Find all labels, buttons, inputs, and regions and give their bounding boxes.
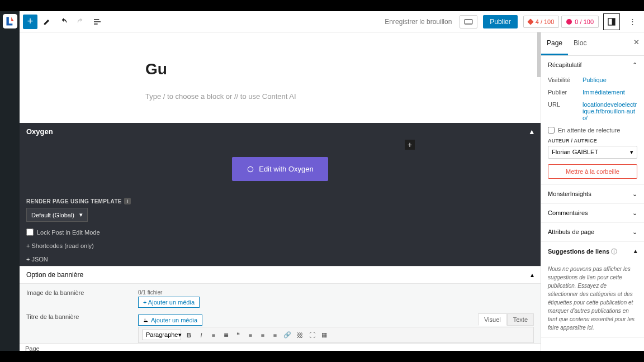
trash-button[interactable]: Mettre à la corbeille	[548, 164, 637, 179]
svg-rect-3	[612, 18, 615, 25]
link-button[interactable]: 🔗	[283, 331, 292, 340]
quote-button[interactable]: ❝	[234, 331, 243, 340]
format-select[interactable]: Paragraphe▾	[142, 330, 181, 340]
chevron-up-icon: ▴	[634, 247, 637, 256]
page-attributes-section[interactable]: Attributs de page⌄	[541, 223, 644, 242]
align-center-button[interactable]: ≡	[258, 331, 267, 340]
number-list-button[interactable]: ≣	[221, 331, 230, 340]
seo-score-button[interactable]: 4 / 100	[523, 16, 560, 28]
add-media-button[interactable]: + Ajouter un média	[138, 297, 200, 308]
more-menu-button[interactable]: ⋮	[624, 17, 641, 26]
fullscreen-button[interactable]: ⛶	[307, 331, 316, 340]
chevron-down-icon: ▾	[630, 149, 633, 156]
summary-section-header[interactable]: Récapitulatif⌃	[541, 56, 644, 74]
link-suggestions-header[interactable]: Suggestions de liens ⓘ ▴	[541, 242, 644, 261]
json-toggle[interactable]: + JSON	[20, 253, 541, 266]
publish-label: Publier	[548, 89, 583, 96]
add-block-button[interactable]: +	[23, 15, 37, 29]
append-block-button[interactable]: +	[405, 140, 415, 150]
lock-post-checkbox[interactable]	[26, 228, 34, 236]
chevron-down-icon: ⌄	[632, 228, 637, 236]
publish-button[interactable]: Publier	[483, 15, 517, 28]
readability-score-button[interactable]: 0 / 100	[561, 16, 599, 28]
preview-button[interactable]	[460, 15, 477, 28]
more-button[interactable]: ▦	[320, 331, 329, 340]
banner-image-label: Image de la bannière	[26, 289, 116, 308]
edit-with-oxygen-button[interactable]: Edit with Oxygen	[232, 157, 328, 181]
lock-post-label: Lock Post in Edit Mode	[37, 229, 100, 236]
svg-rect-1	[465, 20, 472, 24]
edit-icon[interactable]	[40, 15, 54, 29]
banner-panel-header[interactable]: Option de bannière▴	[20, 266, 541, 284]
footer-breadcrumb: Page	[20, 343, 541, 351]
tab-text[interactable]: Texte	[507, 313, 534, 326]
svg-point-4	[248, 166, 253, 172]
pending-review-checkbox[interactable]	[548, 127, 555, 134]
oxygen-panel-header[interactable]: Oxygen▴	[20, 123, 541, 140]
app-logo[interactable]	[0, 11, 20, 351]
bullet-list-button[interactable]: ≡	[209, 331, 218, 340]
tab-block[interactable]: Bloc	[568, 32, 592, 55]
close-sidebar-button[interactable]: ✕	[633, 38, 640, 46]
tab-visual[interactable]: Visuel	[478, 313, 507, 326]
template-select[interactable]: Default (Global)▾	[26, 208, 88, 222]
outline-button[interactable]	[90, 15, 105, 29]
redo-button[interactable]	[73, 15, 88, 29]
comments-section[interactable]: Commentaires⌄	[541, 204, 644, 223]
unlink-button[interactable]: ⛓	[295, 331, 304, 340]
tinymce-toolbar: Paragraphe▾ B I ≡ ≣ ❝ ≡ ≡ ≡ 🔗 ⛓	[138, 327, 534, 343]
post-title-input[interactable]	[145, 60, 425, 78]
settings-sidebar: Page Bloc ✕ Récapitulatif⌃ VisibilitéPub…	[541, 32, 644, 351]
chevron-down-icon: ⌄	[632, 190, 637, 198]
undo-button[interactable]	[56, 15, 71, 29]
settings-toggle-button[interactable]	[603, 13, 620, 30]
add-media-button-2[interactable]: Ajouter un média	[138, 315, 202, 326]
svg-point-5	[145, 319, 146, 320]
chevron-down-icon: ▾	[79, 211, 83, 218]
top-toolbar: + Enregistrer le brouillon Publier 4 / 1…	[20, 11, 644, 32]
author-label: AUTEUR / AUTRICE	[548, 138, 637, 144]
align-left-button[interactable]: ≡	[246, 331, 255, 340]
scrollbar[interactable]	[537, 32, 541, 77]
shortcodes-toggle[interactable]: + Shortcodes (read only)	[20, 239, 541, 253]
url-label: URL	[548, 101, 583, 121]
publish-value[interactable]: Immédiatement	[583, 89, 637, 96]
save-draft-button[interactable]: Enregistrer le brouillon	[379, 18, 457, 26]
svg-rect-0	[3, 14, 17, 28]
chevron-down-icon: ⌄	[632, 209, 637, 217]
url-value[interactable]: locationdeveloelectrique.fr/brouillon-au…	[583, 101, 637, 121]
align-right-button[interactable]: ≡	[271, 331, 280, 340]
help-icon[interactable]: ⓘ	[611, 248, 617, 255]
info-icon[interactable]: i	[124, 198, 131, 204]
bold-button[interactable]: B	[184, 331, 193, 340]
chevron-up-icon: ⌃	[632, 61, 637, 69]
editor-canvas: Type / to choose a block or // to use Co…	[20, 32, 541, 351]
collapse-icon: ▴	[531, 271, 534, 279]
render-template-label: RENDER PAGE USING TEMPLATEi	[20, 198, 541, 204]
block-placeholder[interactable]: Type / to choose a block or // to use Co…	[145, 92, 541, 101]
author-select[interactable]: Florian GAIBLET▾	[548, 146, 637, 159]
file-count: 0/1 fichier	[138, 289, 534, 296]
monsterinsights-section[interactable]: MonsterInsights⌄	[541, 185, 644, 204]
visibility-value[interactable]: Publique	[583, 77, 637, 83]
visibility-label: Visibilité	[548, 77, 583, 83]
tab-page[interactable]: Page	[541, 32, 568, 55]
link-suggestions-body: Nous ne pouvons pas afficher les suggest…	[541, 261, 644, 337]
collapse-icon: ▴	[530, 127, 534, 136]
italic-button[interactable]: I	[197, 331, 206, 340]
banner-title-label: Titre de la bannière	[26, 313, 116, 343]
